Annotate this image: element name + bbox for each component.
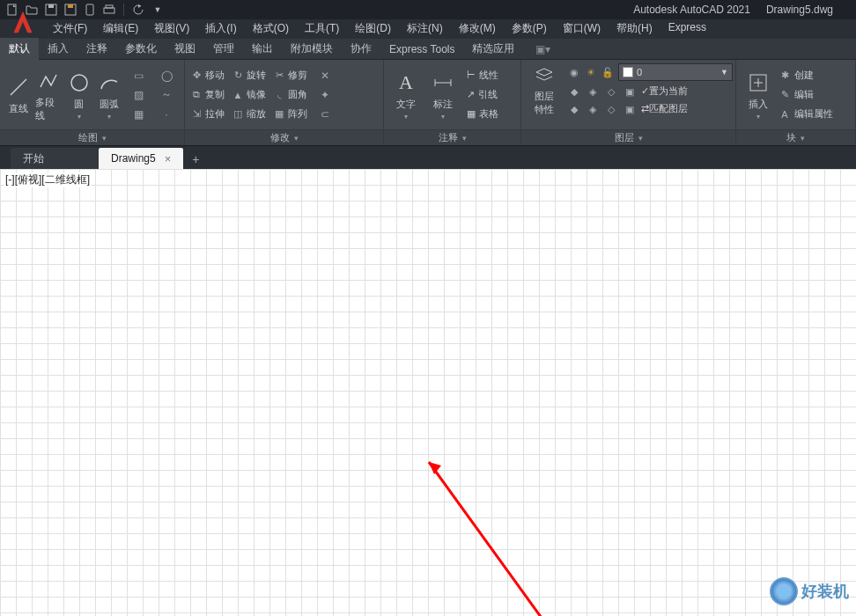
file-name: Drawing5.dwg [766, 4, 833, 16]
menu-express[interactable]: Express [661, 18, 713, 39]
spline-icon[interactable]: ～ [154, 86, 179, 104]
menu-insert[interactable]: 插入(I) [198, 18, 243, 39]
menu-window[interactable]: 窗口(W) [556, 18, 608, 39]
tab-featured[interactable]: 精选应用 [463, 38, 523, 60]
menu-format[interactable]: 格式(O) [246, 18, 296, 39]
panel-anno-title[interactable]: 注释 [384, 129, 520, 145]
menu-modify[interactable]: 修改(M) [452, 18, 503, 39]
menu-bar: 文件(F) 编辑(E) 视图(V) 插入(I) 格式(O) 工具(T) 绘图(D… [0, 19, 856, 39]
leader-button[interactable]: ↗引线 [467, 86, 498, 104]
tab-drawing5[interactable]: Drawing5 × [99, 148, 183, 169]
set-current-button[interactable]: ✓置为当前 [641, 84, 688, 99]
panel-block-title[interactable]: 块 [736, 129, 855, 145]
save-icon[interactable] [44, 3, 58, 17]
fillet-button[interactable]: ◟圆角 [273, 88, 307, 101]
open-file-icon[interactable] [25, 3, 39, 17]
menu-tools[interactable]: 工具(T) [298, 18, 346, 39]
hatch-icon[interactable]: ▨ [126, 86, 151, 104]
layer-visibility-icon[interactable]: ◉ [567, 65, 581, 79]
layer-tool-8-icon[interactable]: ▣ [623, 102, 637, 116]
tab-view[interactable]: 视图 [166, 38, 204, 60]
layer-lock-icon[interactable]: 🔓 [601, 65, 615, 79]
create-block-button[interactable]: ✱创建 [779, 67, 833, 84]
draw-small-tools: ▭ ◯ ▨ ～ ▦ · [126, 67, 179, 123]
match-layer-button[interactable]: ⇄匹配图层 [641, 102, 688, 116]
tab-addin[interactable]: 附加模块 [282, 38, 342, 60]
tab-default[interactable]: 默认 [0, 38, 39, 60]
layer-tool-5-icon[interactable]: ◆ [567, 102, 581, 116]
layer-tool-3-icon[interactable]: ◇ [604, 84, 618, 99]
plot-icon[interactable] [102, 3, 116, 17]
layer-tool-1-icon[interactable]: ◆ [567, 84, 581, 99]
layer-tool-7-icon[interactable]: ◇ [604, 102, 618, 116]
tab-home[interactable]: 开始 [11, 148, 99, 169]
layer-tool-6-icon[interactable]: ◈ [586, 102, 600, 116]
drawing-canvas[interactable]: [-][俯视][二维线框] 好装机 [0, 169, 856, 616]
tab-collab[interactable]: 协作 [342, 38, 380, 60]
explode-icon[interactable]: ✦ [316, 86, 334, 104]
tab-etools[interactable]: Express Tools [380, 40, 463, 59]
arc-button[interactable]: 圆弧▾ [96, 67, 122, 123]
copy-button[interactable]: ⧉复制 [190, 88, 225, 101]
svg-rect-7 [106, 5, 113, 8]
menu-param[interactable]: 参数(P) [505, 18, 554, 39]
menu-edit[interactable]: 编辑(E) [96, 18, 145, 39]
tab-output[interactable]: 输出 [243, 38, 282, 60]
insert-block-button[interactable]: 插入▾ [742, 67, 775, 123]
offset-icon[interactable]: ⊂ [316, 106, 334, 123]
edit-block-button[interactable]: ✎编辑 [779, 86, 833, 104]
watermark-icon [770, 577, 798, 605]
mirror-button[interactable]: ▲镜像 [232, 88, 266, 101]
stretch-button[interactable]: ⇲拉伸 [190, 107, 225, 121]
line-button[interactable]: 直线 [5, 67, 32, 123]
svg-point-9 [71, 75, 87, 91]
tab-insert[interactable]: 插入 [39, 38, 77, 60]
erase-icon[interactable]: ✕ [316, 67, 334, 84]
close-tab-icon[interactable]: × [165, 152, 172, 165]
tab-annotate[interactable]: 注释 [77, 38, 116, 60]
panel-selector-icon[interactable]: ▣▾ [527, 40, 559, 59]
layer-tool-4-icon[interactable]: ▣ [623, 84, 637, 99]
array-button[interactable]: ▦阵列 [273, 107, 307, 121]
layer-name: 0 [637, 67, 642, 77]
tab-manage[interactable]: 管理 [204, 38, 243, 60]
rectangle-icon[interactable]: ▭ [126, 67, 151, 84]
layer-selector[interactable]: 0 ▼ [618, 63, 733, 81]
linear-button[interactable]: ⊢线性 [467, 67, 498, 84]
qat-dropdown-icon[interactable]: ▼ [151, 3, 165, 17]
new-tab-button[interactable]: + [185, 150, 206, 169]
panel-draw-title[interactable]: 绘图 [0, 129, 184, 145]
svg-rect-2 [48, 4, 54, 8]
layer-freeze-icon[interactable]: ☀ [584, 65, 598, 79]
menu-dim[interactable]: 标注(N) [400, 18, 450, 39]
circle-button[interactable]: 圆▾ [66, 67, 92, 123]
menu-draw[interactable]: 绘图(D) [348, 18, 398, 39]
trim-button[interactable]: ✂修剪 [273, 69, 307, 82]
scale-button[interactable]: ◫缩放 [232, 107, 266, 121]
table-button[interactable]: ▦表格 [467, 106, 498, 123]
rotate-button[interactable]: ↻旋转 [232, 69, 266, 82]
view-label[interactable]: [-][俯视][二维线框] [4, 172, 92, 187]
dim-button[interactable]: 标注▾ [426, 67, 460, 123]
saveas-icon[interactable] [63, 3, 77, 17]
move-button[interactable]: ✥移动 [190, 69, 225, 82]
menu-file[interactable]: 文件(F) [46, 18, 94, 39]
undo-icon[interactable] [131, 3, 145, 17]
menu-view[interactable]: 视图(V) [147, 18, 196, 39]
web-mobile-icon[interactable] [83, 3, 97, 17]
panel-modify-title[interactable]: 修改 [185, 129, 383, 145]
edit-attr-button[interactable]: A编辑属性 [779, 106, 833, 123]
tab-param[interactable]: 参数化 [116, 38, 166, 60]
layer-props-button[interactable]: 图层 特性 [527, 63, 562, 116]
text-button[interactable]: A 文字▾ [389, 67, 423, 123]
window-title: Autodesk AutoCAD 2021 Drawing5.dwg [633, 4, 851, 16]
polyline-button[interactable]: 多段线 [35, 67, 62, 123]
region-icon[interactable]: ▦ [126, 106, 151, 123]
ribbon-tabs: 默认 插入 注释 参数化 视图 管理 输出 附加模块 协作 Express To… [0, 39, 856, 60]
panel-layer-title[interactable]: 图层 [521, 129, 735, 145]
layer-tool-2-icon[interactable]: ◈ [586, 84, 600, 99]
new-file-icon[interactable] [5, 3, 19, 17]
menu-help[interactable]: 帮助(H) [609, 18, 660, 39]
ellipse-icon[interactable]: ◯ [154, 67, 179, 84]
point-icon[interactable]: · [154, 106, 179, 123]
